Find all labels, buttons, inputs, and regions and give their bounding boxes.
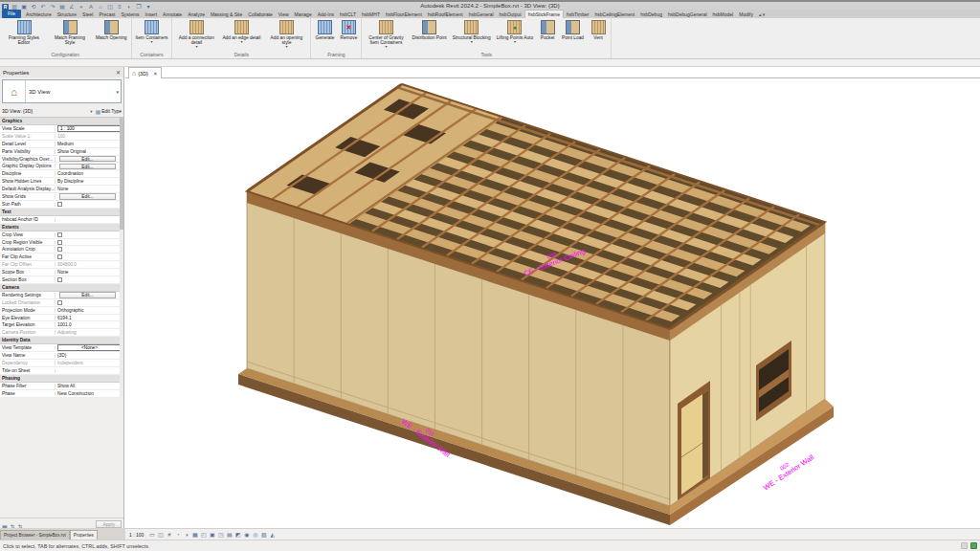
ribbon-button-vent[interactable]: Vent: [588, 19, 609, 41]
edit-button[interactable]: Edit...: [59, 193, 116, 200]
property-value[interactable]: {3D}: [56, 353, 123, 358]
instance-selector-value[interactable]: 3D View: {3D}: [2, 108, 90, 114]
ribbon-tab-hsbdebug[interactable]: hsbDebug: [637, 11, 665, 18]
ribbon-button-lifting-points-auto[interactable]: ●Lifting Points Auto▾: [495, 19, 535, 45]
properties-scrollbar[interactable]: [120, 118, 123, 398]
property-value[interactable]: Independent: [56, 361, 123, 365]
show-crop-region-icon[interactable]: ◰: [199, 530, 208, 540]
temporary-view-properties-icon[interactable]: ◩: [234, 530, 242, 540]
model-3d-view[interactable]: 001WE - Exterior Wall002WE - Exterior Wa…: [125, 78, 980, 528]
ribbon-tab-hsbtimber[interactable]: hsbTimber: [564, 11, 591, 18]
property-value[interactable]: Coordination: [56, 171, 123, 176]
ribbon-button-match-opening[interactable]: Match Opening: [94, 19, 129, 41]
ribbon-tab-hsbstickframe[interactable]: hsbStickFrame: [524, 10, 564, 18]
ribbon-button-center-of-gravity-item-containers[interactable]: Center of Gravity Item Containers▾: [364, 19, 408, 50]
chevron-down-icon[interactable]: ▾: [285, 45, 287, 49]
edit-button[interactable]: Edit...: [59, 164, 116, 170]
property-value[interactable]: 100: [56, 134, 123, 139]
ribbon-tab-modify[interactable]: Modify: [736, 11, 756, 18]
property-value[interactable]: By Discipline: [56, 179, 123, 184]
ribbon-button-distribution-point[interactable]: Distribution Point: [410, 19, 448, 41]
property-section-camera[interactable]: Camera⌃: [0, 284, 123, 292]
edit-type-button[interactable]: ▦ Edit Type: [96, 108, 122, 115]
ribbon-tab-hsbmht[interactable]: hsbMHT: [359, 11, 383, 18]
ribbon-tab-hsbdebuggeneral[interactable]: hsbDebugGeneral: [665, 11, 710, 18]
checkbox[interactable]: [57, 202, 62, 207]
view-scale-button[interactable]: 1 : 100: [129, 532, 144, 538]
property-value[interactable]: Adjusting: [56, 330, 123, 335]
property-value[interactable]: Orthographic: [56, 308, 123, 313]
ribbon-tab-collaborate[interactable]: Collaborate: [245, 11, 276, 18]
ribbon-tab-steel[interactable]: Steel: [79, 11, 96, 18]
reveal-hidden-elements-icon[interactable]: ◳: [216, 530, 225, 540]
selection-filter-icon[interactable]: [961, 542, 968, 549]
ribbon-tab-hsbceilingelement[interactable]: hsbCeilingElement: [591, 11, 637, 18]
edit-button[interactable]: Edit...: [59, 292, 116, 298]
analytical-model-icon[interactable]: ◉: [242, 530, 251, 540]
ribbon-tab-hsbclt[interactable]: hsbCLT: [337, 11, 359, 18]
visual-style-icon[interactable]: ◫: [156, 530, 165, 540]
checkbox[interactable]: [57, 277, 62, 282]
property-value[interactable]: None: [56, 187, 123, 191]
worksharing-display-icon[interactable]: ▤: [225, 530, 234, 540]
ribbon-button-match-framing-style[interactable]: Match Framing Style: [48, 19, 92, 46]
value-input[interactable]: 1 : 100: [57, 125, 122, 132]
chevron-down-icon[interactable]: ▾: [471, 40, 473, 44]
ribbon-tab-hsbgeneral[interactable]: hsbGeneral: [466, 11, 497, 18]
ribbon-button-add-an-opening-style[interactable]: Add an opening style▾: [264, 19, 308, 50]
ribbon-tab-systems[interactable]: Systems: [118, 11, 142, 18]
ribbon-tab-insert[interactable]: Insert: [143, 11, 161, 18]
checkbox[interactable]: [57, 232, 62, 237]
temporary-hide-isolate-icon[interactable]: ▣: [208, 530, 216, 540]
shadows-icon[interactable]: ◔: [173, 530, 182, 540]
ribbon-button-item-containers[interactable]: Item Containers▾: [134, 19, 170, 45]
property-value[interactable]: Show All: [56, 384, 123, 388]
crop-view-icon[interactable]: ▦: [190, 530, 199, 540]
property-value[interactable]: Show Original: [56, 149, 123, 154]
ribbon-tab-add-ins[interactable]: Add-Ins: [315, 11, 337, 18]
property-value[interactable]: New Construction: [56, 391, 123, 396]
chevron-down-icon[interactable]: ▾: [90, 109, 92, 114]
type-selector[interactable]: ⌂ 3D View ▾: [2, 79, 122, 103]
detail-level-icon[interactable]: ▭: [147, 530, 156, 540]
chevron-down-icon[interactable]: ▾: [150, 40, 152, 44]
checkbox[interactable]: [57, 247, 62, 252]
ribbon-button-remove[interactable]: ✕Remove: [338, 19, 359, 41]
checkbox[interactable]: [57, 254, 62, 259]
ribbon-tab-file[interactable]: File: [2, 10, 21, 18]
ribbon-tab-hsboutput[interactable]: hsbOutput: [497, 11, 524, 18]
close-icon[interactable]: ✕: [153, 71, 158, 77]
ribbon-button-point-load[interactable]: Point Load: [560, 19, 586, 41]
property-section-phasing[interactable]: Phasing⌃: [0, 375, 123, 383]
ribbon-collapse-icon[interactable]: ▴ ▾: [756, 11, 768, 18]
property-value[interactable]: 6194.1: [56, 316, 123, 320]
ribbon-button-structural-blocking[interactable]: Structural Blocking▾: [451, 19, 493, 45]
drawing-area[interactable]: ⌂ {3D} ✕ 001WE - Exterior Wall002WE - Ex…: [125, 67, 980, 528]
ribbon-button-add-an-edge-detail[interactable]: Add an edge detail▾: [220, 19, 262, 45]
chevron-down-icon[interactable]: ▾: [514, 40, 516, 44]
panel-tab-project-browser-simplebox-rvt[interactable]: Project Browser - SimpleBox.rvt: [0, 530, 70, 540]
more-tools-icon[interactable]: ◭: [268, 530, 277, 540]
ribbon-tab-precast[interactable]: Precast: [96, 11, 118, 18]
property-section-identity-data[interactable]: Identity Data⌃: [0, 337, 123, 344]
property-value[interactable]: Medium: [56, 142, 123, 146]
ribbon-tab-architecture[interactable]: Architecture: [23, 11, 55, 18]
ribbon-tab-manage[interactable]: Manage: [292, 11, 315, 18]
chevron-down-icon[interactable]: ▾: [385, 45, 387, 49]
ribbon-button-pocket[interactable]: Pocket: [537, 19, 558, 41]
rendering-dialog-icon[interactable]: ◑: [182, 530, 190, 540]
property-value[interactable]: None: [56, 270, 123, 275]
ribbon-tab-hsbmodel[interactable]: hsbModel: [710, 11, 737, 18]
property-value[interactable]: 304800.0: [56, 262, 123, 267]
reveal-constraints-icon[interactable]: ▧: [259, 530, 268, 540]
ribbon-tab-structure[interactable]: Structure: [55, 11, 79, 18]
ribbon-tab-view[interactable]: View: [276, 11, 292, 18]
ribbon-tab-analyze[interactable]: Analyze: [185, 11, 208, 18]
value-select[interactable]: <None>: [57, 344, 122, 351]
view-tab-3d[interactable]: ⌂ {3D} ✕: [128, 67, 162, 78]
checkbox[interactable]: [57, 240, 62, 245]
property-section-text[interactable]: Text⌃: [0, 209, 123, 216]
apply-button[interactable]: Apply: [96, 520, 122, 528]
property-value[interactable]: 1001.0: [56, 322, 123, 327]
property-section-graphics[interactable]: Graphics⌃: [0, 118, 123, 125]
